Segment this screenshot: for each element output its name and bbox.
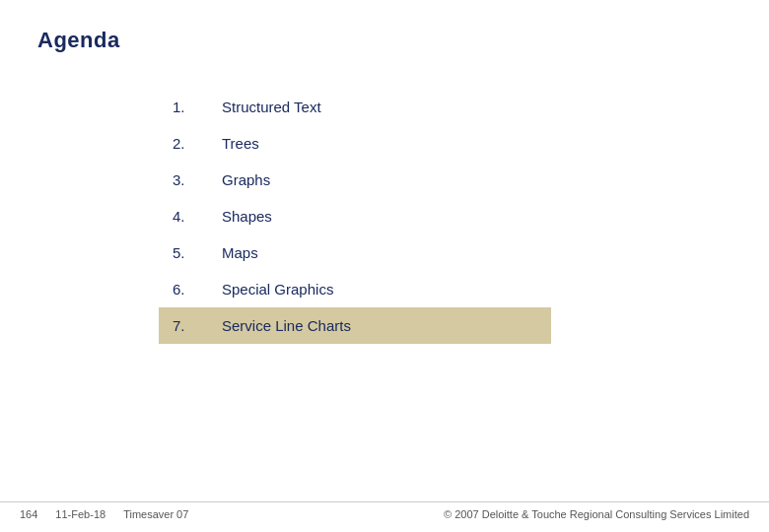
- footer: 164 11-Feb-18 Timesaver 07 © 2007 Deloit…: [0, 508, 769, 520]
- footer-divider: [0, 501, 769, 502]
- agenda-item-6: 6.Special Graphics: [173, 271, 537, 307]
- agenda-item-2: 2.Trees: [173, 125, 537, 162]
- agenda-item-label-5: Maps: [222, 244, 258, 261]
- agenda-item-label-2: Trees: [222, 135, 259, 152]
- agenda-item-4: 4.Shapes: [173, 198, 537, 234]
- agenda-item-number-2: 2.: [173, 135, 222, 152]
- agenda-item-number-1: 1.: [173, 99, 222, 115]
- footer-source: Timesaver 07: [123, 508, 188, 520]
- agenda-item-number-7: 7.: [173, 317, 222, 334]
- agenda-item-1: 1.Structured Text: [173, 89, 537, 125]
- footer-date: 11-Feb-18: [55, 508, 105, 520]
- footer-page-number: 164: [20, 508, 37, 520]
- agenda-list: 1.Structured Text2.Trees3.Graphs4.Shapes…: [173, 89, 537, 344]
- agenda-item-7: 7.Service Line Charts: [159, 307, 551, 344]
- agenda-item-number-4: 4.: [173, 208, 222, 225]
- agenda-item-label-4: Shapes: [222, 208, 272, 225]
- page-title: Agenda: [37, 28, 120, 53]
- agenda-item-number-3: 3.: [173, 171, 222, 188]
- footer-copyright: © 2007 Deloitte & Touche Regional Consul…: [444, 508, 749, 520]
- agenda-item-3: 3.Graphs: [173, 162, 537, 198]
- agenda-item-label-7: Service Line Charts: [222, 317, 351, 334]
- agenda-item-label-6: Special Graphics: [222, 281, 333, 298]
- agenda-item-number-5: 5.: [173, 244, 222, 261]
- agenda-item-label-1: Structured Text: [222, 99, 321, 115]
- agenda-item-5: 5.Maps: [173, 234, 537, 271]
- agenda-item-number-6: 6.: [173, 281, 222, 298]
- agenda-item-label-3: Graphs: [222, 171, 270, 188]
